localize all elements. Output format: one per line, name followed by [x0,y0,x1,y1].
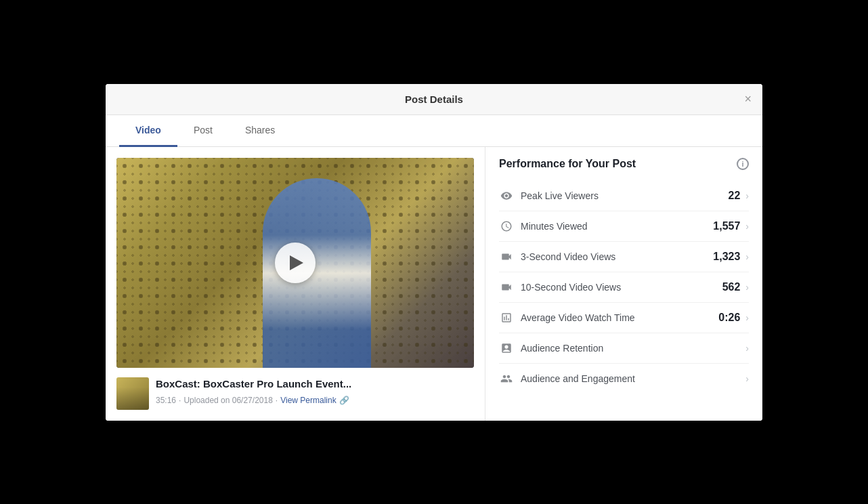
chevron-icon-10-second-views: › [745,282,749,293]
stat-row-avg-watch-time[interactable]: Average Video Watch Time 0:26 › [499,303,749,333]
tabs-container: Video Post Shares [106,115,762,147]
video-section: BoxCast: BoxCaster Pro Launch Event... 3… [106,147,485,421]
tab-post[interactable]: Post [177,115,229,147]
video-thumbnail [116,377,149,410]
video-duration: 35:16 [156,396,176,405]
modal-title: Post Details [405,93,463,105]
stat-value-minutes-viewed: 1,557 [713,220,740,232]
video-details: BoxCast: BoxCaster Pro Launch Event... 3… [156,377,351,406]
chevron-icon-3-second-views: › [745,251,749,262]
peak-viewers-icon [499,190,514,202]
stat-row-peak-live-viewers[interactable]: Peak Live Viewers 22 › [499,181,749,211]
video-player[interactable] [116,158,474,368]
info-icon-button[interactable]: i [737,158,749,170]
stat-row-3-second-views[interactable]: 3-Second Video Views 1,323 › [499,242,749,272]
post-details-modal: Post Details × Video Post Shares [106,84,762,421]
view-permalink-link[interactable]: View Permalink [280,396,336,405]
stats-title: Performance for Your Post [499,158,636,170]
play-icon [290,255,303,270]
stat-label-10-second-views: 10-Second Video Views [521,282,722,293]
stat-value-3-second-views: 1,323 [713,251,740,263]
stats-header: Performance for Your Post i [499,158,749,170]
chevron-icon-audience-retention: › [745,343,749,354]
stat-label-3-second-views: 3-Second Video Views [521,251,713,262]
chevron-icon-peak-live-viewers: › [745,190,749,201]
stat-row-audience-retention[interactable]: Audience Retention › [499,333,749,364]
stat-value-peak-live-viewers: 22 [729,190,741,202]
audience-engagement-icon [499,373,514,385]
minutes-viewed-icon [499,220,514,232]
stat-label-peak-live-viewers: Peak Live Viewers [521,190,729,201]
page-overlay: Post Details × Video Post Shares [0,0,868,504]
stats-section: Performance for Your Post i Peak Live Vi… [485,147,762,421]
stat-value-avg-watch-time: 0:26 [718,312,740,324]
tab-video[interactable]: Video [119,115,177,147]
chevron-icon-minutes-viewed: › [745,221,749,232]
play-button[interactable] [275,243,316,283]
stat-row-minutes-viewed[interactable]: Minutes Viewed 1,557 › [499,211,749,242]
stat-label-audience-engagement: Audience and Engagement [521,373,740,384]
modal-header: Post Details × [106,84,762,115]
chevron-icon-avg-watch-time: › [745,312,749,323]
audience-retention-icon [499,342,514,354]
10sec-views-icon [499,281,514,293]
stat-label-audience-retention: Audience Retention [521,343,740,354]
stat-label-minutes-viewed: Minutes Viewed [521,221,713,232]
3sec-views-icon [499,251,514,263]
video-info: BoxCast: BoxCaster Pro Launch Event... 3… [116,377,474,410]
video-title: BoxCast: BoxCaster Pro Launch Event... [156,377,351,391]
chevron-icon-audience-engagement: › [745,373,749,384]
stat-value-10-second-views: 562 [722,281,741,293]
modal-close-button[interactable]: × [744,93,752,105]
tab-shares[interactable]: Shares [229,115,291,147]
video-meta: 35:16 · Uploaded on 06/27/2018 · View Pe… [156,396,351,405]
modal-body: BoxCast: BoxCaster Pro Launch Event... 3… [106,147,762,421]
video-uploaded: Uploaded on 06/27/2018 [183,396,272,405]
avg-watch-time-icon [499,312,514,324]
stat-row-10-second-views[interactable]: 10-Second Video Views 562 › [499,272,749,303]
stat-row-audience-engagement[interactable]: Audience and Engagement › [499,364,749,394]
stat-label-avg-watch-time: Average Video Watch Time [521,312,718,323]
link-icon: 🔗 [339,396,349,405]
